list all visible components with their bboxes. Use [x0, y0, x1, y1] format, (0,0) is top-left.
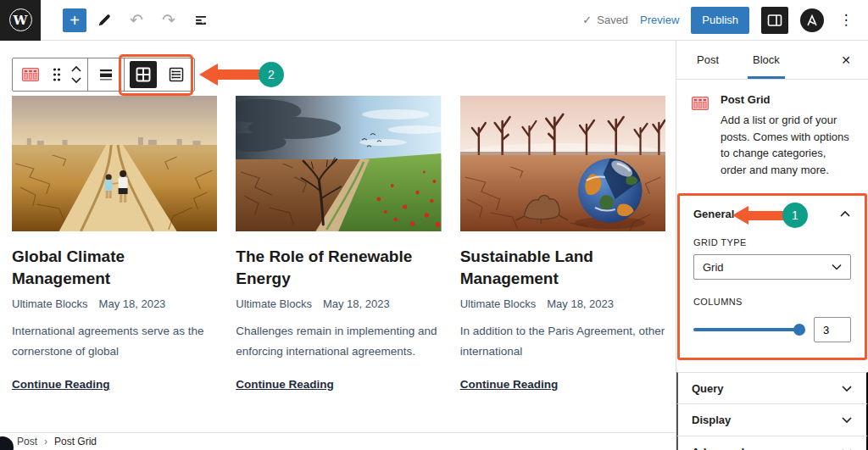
- toolbar-left-group: + ↶ ↷: [46, 6, 215, 35]
- move-down-icon: [70, 75, 82, 84]
- post-image-globe-drought[interactable]: [460, 96, 665, 231]
- block-movers[interactable]: [70, 65, 82, 84]
- publish-button[interactable]: Publish: [691, 7, 749, 34]
- wordpress-icon: W: [9, 8, 32, 31]
- continue-reading-link[interactable]: Continue Reading: [460, 378, 559, 391]
- panel-query-label: Query: [692, 382, 724, 395]
- panel-query[interactable]: Query: [676, 372, 868, 404]
- list-layout-icon: [169, 67, 184, 82]
- undo-button[interactable]: ↶: [122, 6, 151, 35]
- block-breadcrumb-bar: Post › Post Grid: [0, 432, 676, 450]
- callout-1-badge: 1: [782, 203, 808, 228]
- callout-2-badge: 2: [259, 62, 284, 87]
- redo-button[interactable]: ↷: [154, 6, 183, 35]
- editor-workspace: 2: [0, 41, 868, 450]
- tools-button[interactable]: [90, 6, 119, 35]
- callout-1-arrow-shaft: [748, 211, 785, 220]
- post-author[interactable]: Ultimate Blocks: [12, 297, 88, 310]
- block-info-card: Post Grid Add a list or grid of your pos…: [676, 80, 868, 192]
- post-image-climate-split[interactable]: [236, 96, 441, 231]
- post-grid-icon: [690, 93, 710, 114]
- post-title[interactable]: The Role of Renewable Energy: [236, 246, 441, 289]
- chevron-down-icon: [841, 416, 853, 424]
- post-meta: Ultimate Blocks May 18, 2023: [236, 297, 441, 310]
- callout-2-arrow-shaft: [217, 69, 261, 80]
- document-overview-button[interactable]: [186, 6, 215, 35]
- toolbar-right-group: ✓ Saved Preview Publish ⋮: [582, 7, 868, 34]
- post-grid-block: Global Climate Management Ultimate Block…: [12, 96, 665, 392]
- tab-block[interactable]: Block: [739, 41, 793, 79]
- block-card-title: Post Grid: [721, 93, 854, 106]
- grid-type-select[interactable]: Grid: [693, 254, 851, 280]
- columns-control: [693, 317, 851, 342]
- editor-canvas: 2: [0, 41, 676, 450]
- columns-number-input[interactable]: [814, 317, 851, 342]
- general-panel: General 1 GRID TYPE Grid COLUMNS: [677, 193, 867, 360]
- callout-2: 2: [199, 62, 284, 87]
- check-icon: ✓: [582, 14, 592, 26]
- panel-advanced-label: Advanced: [692, 446, 744, 450]
- post-meta: Ultimate Blocks May 18, 2023: [460, 297, 665, 310]
- post-image-drought-children[interactable]: [12, 96, 217, 231]
- chevron-down-icon: [841, 385, 853, 392]
- close-sidebar-button[interactable]: ✕: [832, 47, 860, 74]
- sidebar-panel-icon: [767, 14, 782, 27]
- block-toolbar: 2: [12, 58, 195, 92]
- columns-label: COLUMNS: [693, 297, 851, 307]
- align-icon: [97, 66, 114, 83]
- post-title[interactable]: Global Climate Management: [12, 246, 217, 289]
- continue-reading-link[interactable]: Continue Reading: [12, 378, 110, 391]
- panel-advanced[interactable]: Advanced: [676, 436, 868, 450]
- callout-1: 1: [732, 203, 808, 228]
- columns-slider-thumb[interactable]: [793, 324, 805, 336]
- post-grid-icon: [20, 64, 41, 85]
- post-author[interactable]: Ultimate Blocks: [236, 297, 312, 310]
- post-card-2: The Role of Renewable Energy Ultimate Bl…: [236, 96, 441, 392]
- drag-handle[interactable]: [50, 62, 64, 87]
- options-menu-button[interactable]: ⋮: [836, 11, 856, 29]
- columns-slider[interactable]: [693, 328, 804, 331]
- breadcrumb-post[interactable]: Post: [17, 436, 37, 447]
- block-toolbar-group-2: [87, 58, 124, 91]
- post-excerpt: Challenges remain in implementing and en…: [236, 321, 441, 362]
- chevron-up-icon: [839, 210, 851, 218]
- post-title[interactable]: Sustainable Land Management: [460, 246, 665, 289]
- breadcrumb-current: Post Grid: [54, 436, 97, 447]
- post-date: May 18, 2023: [547, 297, 614, 310]
- save-status: ✓ Saved: [582, 14, 628, 26]
- move-up-icon: [70, 65, 82, 74]
- breadcrumb-separator: ›: [44, 436, 47, 447]
- pencil-icon: [96, 12, 113, 29]
- tab-post[interactable]: Post: [683, 41, 732, 79]
- sidebar-panels: Query Display Advanced: [676, 372, 868, 450]
- post-excerpt: International agreements serve as the co…: [12, 321, 217, 362]
- grid-type-label: GRID TYPE: [693, 237, 851, 247]
- panel-display-label: Display: [692, 414, 731, 426]
- grid-type-value: Grid: [703, 261, 724, 274]
- block-toolbar-group-3: [124, 58, 194, 91]
- post-grid-block-button[interactable]: [18, 62, 43, 87]
- drag-dots-icon: [52, 67, 62, 82]
- post-card-1: Global Climate Management Ultimate Block…: [12, 96, 217, 392]
- panel-display[interactable]: Display: [676, 404, 868, 436]
- grid-view-button[interactable]: [130, 61, 157, 88]
- post-meta: Ultimate Blocks May 18, 2023: [12, 297, 217, 310]
- callout-1-arrow-icon: [732, 206, 748, 225]
- block-card-description: Add a list or grid of your posts. Comes …: [721, 112, 854, 178]
- astra-theme-button[interactable]: [800, 8, 824, 32]
- settings-sidebar-toggle[interactable]: [761, 7, 788, 34]
- list-view-icon: [192, 12, 209, 29]
- callout-2-arrow-icon: [199, 64, 218, 86]
- preview-button[interactable]: Preview: [640, 14, 679, 26]
- align-button[interactable]: [93, 62, 119, 87]
- saved-label: Saved: [597, 14, 628, 26]
- wordpress-logo-button[interactable]: W: [0, 0, 41, 41]
- block-inserter-button[interactable]: +: [63, 8, 86, 32]
- post-author[interactable]: Ultimate Blocks: [460, 297, 537, 310]
- post-date: May 18, 2023: [99, 297, 166, 310]
- list-view-button[interactable]: [164, 62, 189, 87]
- continue-reading-link[interactable]: Continue Reading: [236, 378, 334, 391]
- astra-logo-icon: [805, 14, 819, 27]
- editor-top-bar: W + ↶ ↷ ✓ Saved Preview Publish ⋮: [0, 0, 868, 41]
- block-toolbar-group-1: [13, 58, 87, 91]
